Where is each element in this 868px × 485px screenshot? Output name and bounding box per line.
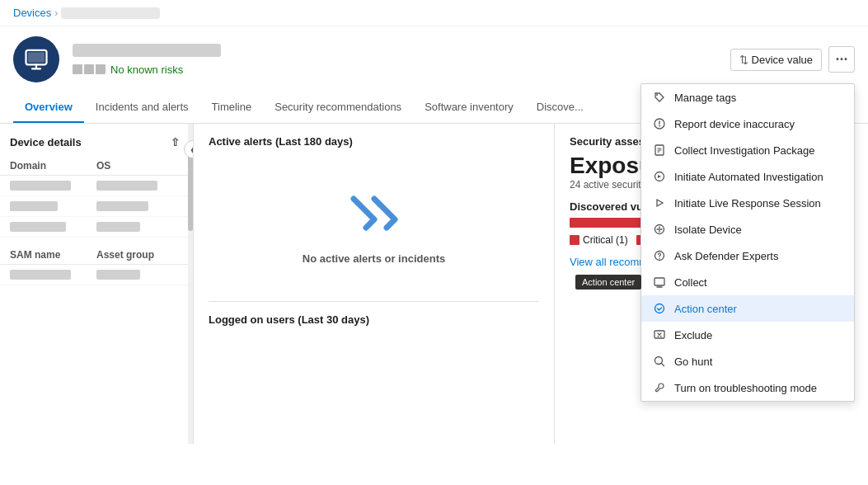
menu-item-report-inaccuracy[interactable]: Report device inaccuracy — [641, 111, 854, 137]
action-center-label: Action center — [674, 303, 737, 315]
sidebar-col-headers: Domain OS — [0, 157, 193, 176]
menu-item-collect-investigation[interactable]: Collect Investigation Package — [641, 137, 854, 163]
domain-col-header: Domain — [10, 160, 96, 172]
risk-row: No known risks — [73, 64, 717, 76]
menu-item-troubleshoot[interactable]: Turn on troubleshooting mode — [641, 374, 854, 401]
tab-incidents[interactable]: Incidents and alerts — [84, 92, 200, 123]
device-avatar — [13, 36, 59, 82]
menu-item-go-hunt[interactable]: Go hunt — [641, 348, 854, 374]
tab-discovered[interactable]: Discove... — [525, 92, 595, 123]
collect2-icon — [653, 275, 666, 289]
report-icon — [653, 117, 666, 130]
os-value-blur-3 — [96, 222, 183, 232]
sidebar-data-row-2 — [0, 196, 193, 217]
report-inaccuracy-label: Report device inaccuracy — [674, 118, 795, 130]
sidebar-sam-row-1 — [0, 265, 193, 285]
header-action-area: ⇅ Device value ··· Manage tags Report de… — [730, 46, 855, 73]
initiate-live-label: Initiate Live Response Session — [674, 197, 821, 210]
device-value-button[interactable]: ⇅ Device value — [730, 49, 822, 71]
menu-item-exclude[interactable]: Exclude — [641, 322, 854, 348]
no-known-risks-label: No known risks — [110, 64, 183, 76]
asset-col-header: Asset group — [96, 249, 183, 261]
hunt-icon — [653, 355, 666, 368]
no-alerts-text: No active alerts or incidents — [303, 252, 445, 265]
circle-arrow-icon — [653, 170, 666, 183]
breadcrumb-current — [61, 7, 160, 19]
device-header: No known risks ⇅ Device value ··· Manage… — [0, 26, 868, 92]
svg-point-6 — [655, 225, 664, 234]
risk-squares — [73, 64, 106, 74]
exclude-icon — [653, 328, 666, 341]
domain-value-blur — [10, 181, 96, 191]
device-value-label: Device value — [752, 54, 813, 66]
tab-security-recs[interactable]: Security recommendations — [263, 92, 413, 123]
domain-value-blur-3 — [10, 222, 96, 232]
question-icon — [653, 249, 666, 262]
menu-item-action-center[interactable]: Action center — [641, 295, 854, 322]
menu-item-initiate-live[interactable]: Initiate Live Response Session — [641, 190, 854, 216]
asset-value-blur — [96, 270, 183, 280]
sidebar-data-row-1 — [0, 176, 193, 196]
device-details-title: Device details — [10, 136, 82, 148]
exclude-label: Exclude — [674, 329, 712, 341]
menu-item-ask-defender[interactable]: Ask Defender Experts — [641, 242, 854, 269]
collect-investigation-label: Collect Investigation Package — [674, 144, 815, 157]
dropdown-menu: Manage tags Report device inaccuracy Col… — [640, 83, 855, 402]
domain-value-blur-2 — [10, 201, 96, 211]
svg-point-2 — [656, 94, 658, 96]
svg-rect-8 — [655, 278, 664, 285]
action-icon — [653, 302, 666, 315]
menu-item-initiate-automated[interactable]: Initiate Automated Investigation — [641, 163, 854, 190]
breadcrumb-separator: › — [54, 7, 58, 19]
no-alerts-icon — [337, 182, 411, 242]
isolate-device-label: Isolate Device — [674, 224, 742, 236]
critical-legend-item: Critical (1) — [570, 234, 628, 246]
more-options-button[interactable]: ··· — [828, 46, 855, 73]
manage-tags-label: Manage tags — [674, 92, 736, 104]
sidebar-header-row: Device details ⇧ — [0, 124, 193, 157]
tab-timeline[interactable]: Timeline — [200, 92, 264, 123]
critical-label: Critical (1) — [583, 234, 628, 246]
logged-on-users-title: Logged on users (Last 30 days) — [209, 313, 539, 326]
tab-overview[interactable]: Overview — [13, 92, 84, 123]
tag-icon — [653, 91, 666, 104]
sidebar-data-row-3 — [0, 217, 193, 238]
critical-color-sq — [570, 235, 579, 245]
breadcrumb: Devices › — [0, 0, 868, 26]
os-col-header: OS — [96, 160, 183, 172]
go-hunt-label: Go hunt — [674, 356, 712, 368]
panel-divider — [209, 301, 539, 302]
svg-rect-1 — [28, 52, 45, 63]
no-alerts-area: No active alerts or incidents — [209, 158, 539, 290]
os-value-blur — [96, 181, 183, 191]
active-alerts-title: Active alerts (Last 180 days) — [209, 135, 539, 148]
wrench-icon — [653, 381, 666, 394]
os-value-blur-2 — [96, 201, 183, 211]
collect-investigation-icon — [653, 144, 666, 157]
breadcrumb-devices[interactable]: Devices — [13, 7, 51, 19]
center-panel: Active alerts (Last 180 days) No active … — [194, 124, 555, 444]
scrollbar-thumb[interactable] — [188, 148, 193, 231]
initiate-automated-label: Initiate Automated Investigation — [674, 171, 823, 183]
device-name-blur — [73, 44, 221, 57]
device-details-sidebar: Device details ⇧ Domain OS SAM name Asse… — [0, 124, 194, 444]
svg-point-9 — [655, 304, 664, 313]
play-icon — [653, 196, 666, 210]
menu-item-manage-tags[interactable]: Manage tags — [641, 84, 854, 111]
scrollbar-track — [188, 124, 193, 444]
ask-defender-label: Ask Defender Experts — [674, 250, 778, 262]
chevron-up-icon[interactable]: ⇧ — [167, 134, 183, 150]
menu-item-isolate-device[interactable]: Isolate Device — [641, 216, 854, 242]
sidebar-sam-asset-row: SAM name Asset group — [0, 246, 193, 265]
sort-icon: ⇅ — [739, 54, 748, 66]
collect-label: Collect — [674, 276, 707, 289]
turn-on-troubleshoot-label: Turn on troubleshooting mode — [674, 382, 817, 394]
tab-software[interactable]: Software inventory — [413, 92, 525, 123]
sidebar-header-icons: ⇧ — [167, 134, 183, 150]
sam-col-header: SAM name — [10, 249, 96, 261]
sam-value-blur — [10, 270, 96, 280]
isolate-icon — [653, 223, 666, 236]
device-info: No known risks — [73, 44, 717, 76]
menu-item-collect-action[interactable]: Collect Action center — [641, 269, 854, 295]
